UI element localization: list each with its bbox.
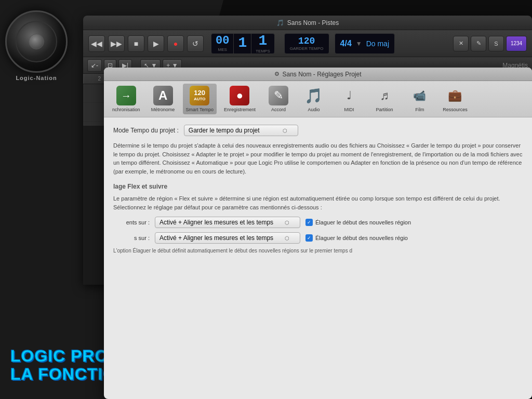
film-icon: 📹	[410, 86, 430, 105]
dtb-film-label: Film	[415, 107, 424, 112]
footer-note: L'option Élaguer le début définit automa…	[113, 248, 523, 254]
dtb-metro[interactable]: A Métronome	[148, 84, 179, 114]
logo-area: Logic-Nation	[5, 10, 68, 81]
dtb-midi-label: MIDI	[344, 107, 354, 112]
flex-row1-label: ents sur :	[113, 219, 150, 225]
pos-mes-value: 00	[216, 35, 229, 47]
flex-row2-checkbox[interactable]: ✓ Élaguer le début des nouvelles régio	[305, 234, 408, 242]
ressources-icon: 💼	[445, 86, 465, 105]
pos-beats-value: 1	[259, 34, 268, 48]
logo-inner	[16, 21, 57, 62]
audio-icon: 🎵	[304, 86, 324, 105]
select-arrow-icon: ⬡	[283, 128, 287, 134]
dialog-content: Mode Tempo du projet : Garder le tempo d…	[104, 117, 532, 261]
position-beats: 1 TEMPS	[251, 34, 274, 54]
flex-section-title: lage Flex et suivre	[113, 183, 523, 190]
checkbox2-icon: ✓	[305, 234, 313, 242]
transport-bar: ◀◀ ▶▶ ■ ▶ ● ↺ 00 MES 1 1	[83, 30, 532, 57]
flex-row1-select[interactable]: Activé + Aligner les mesures et les temp…	[155, 217, 300, 228]
flex-row1-checkbox[interactable]: ✓ Élaguer le début des nouvelles région	[305, 219, 411, 226]
dtb-accord[interactable]: ✎ Accord	[263, 84, 294, 114]
num-btn[interactable]: 1234	[506, 36, 527, 51]
logo-text: Logic-Nation	[16, 75, 57, 81]
dtb-sync[interactable]: → nchronisation	[109, 84, 143, 114]
tempo-label: GARDER TEMPO	[290, 46, 324, 51]
dtb-ressources[interactable]: 💼 Ressources	[440, 84, 471, 114]
pos-time-value: 1	[238, 36, 247, 50]
select-arrow2-icon: ⬡	[285, 220, 289, 225]
enreg-icon: ●	[230, 86, 249, 105]
s-btn[interactable]: S	[488, 36, 504, 51]
timesig-value: 4/4	[340, 39, 352, 48]
mode-description: Détermine si le tempo du projet s'adapte…	[113, 141, 523, 176]
dtb-audio[interactable]: 🎵 Audio	[298, 84, 329, 114]
flex-row2-select[interactable]: Activé + Aligner les mesures et les temp…	[155, 232, 300, 244]
dialog-overlay: ⚙ Sans Nom - Réglages Projet → nchronisa…	[104, 68, 532, 399]
position-time: 1	[234, 34, 251, 54]
dtb-midi[interactable]: ♩ MIDI	[334, 84, 365, 114]
dtb-audio-label: Audio	[308, 107, 320, 112]
play-button[interactable]: ▶	[148, 35, 164, 52]
dtb-metro-label: Métronome	[151, 107, 175, 112]
dialog-title-text: Sans Nom - Réglages Projet	[282, 71, 361, 78]
dtb-smart-label: Smart Tempo	[186, 107, 214, 112]
accord-icon: ✎	[269, 86, 288, 105]
tool-snap[interactable]: ↙-	[87, 59, 102, 72]
partition-icon: ♬	[375, 86, 394, 105]
midi-icon: ♩	[339, 86, 359, 105]
loop-button[interactable]: ↺	[187, 35, 204, 52]
record-button[interactable]: ●	[167, 35, 184, 52]
dtb-accord-label: Accord	[271, 107, 286, 112]
flex-row-1: ents sur : Activé + Aligner les mesures …	[113, 217, 523, 228]
pos-temps-label: TEMPS	[256, 49, 270, 54]
rewind-button[interactable]: ◀◀	[88, 35, 105, 52]
checkbox1-icon: ✓	[305, 219, 313, 226]
forward-button[interactable]: ▶▶	[108, 35, 125, 52]
dtb-ressources-label: Ressources	[443, 107, 468, 112]
tempo-display[interactable]: 120 GARDER TEMPO	[284, 33, 329, 54]
flex-description: Le paramètre de région « Flex et suivre …	[113, 194, 523, 211]
dtb-enreg-label: Enregistrement	[224, 107, 256, 112]
dtb-partition-label: Partition	[376, 107, 393, 112]
dtb-film[interactable]: 📹 Film	[404, 84, 435, 114]
metro-icon: A	[153, 86, 173, 105]
dtb-smart[interactable]: 120 AUTO Smart Tempo	[183, 84, 217, 114]
select-arrow3-icon: ⬡	[285, 235, 289, 241]
pen-btn[interactable]: ✎	[471, 36, 486, 51]
dialog-title: ⚙ Sans Nom - Réglages Projet	[104, 68, 532, 81]
flex-row-2: s sur : Activé + Aligner les mesures et …	[113, 232, 523, 244]
position-mes: 00 MES	[211, 34, 234, 54]
daw-title-bar: 🎵 Sans Nom - Pistes	[83, 16, 532, 30]
pos-mes-label: MES	[218, 47, 227, 52]
settings-dialog: ⚙ Sans Nom - Réglages Projet → nchronisa…	[104, 68, 532, 399]
logo-circle	[5, 10, 68, 73]
flex-row2-label: s sur :	[113, 235, 150, 241]
stop-button[interactable]: ■	[128, 35, 144, 52]
smart-icon: 120 AUTO	[190, 86, 209, 105]
mode-tempo-label: Mode Tempo du projet :	[113, 127, 179, 134]
key-value: Do maj	[366, 39, 389, 48]
dtb-sync-label: nchronisation	[112, 107, 140, 112]
dtb-enreg[interactable]: ● Enregistrement	[221, 84, 259, 114]
dialog-toolbar: → nchronisation A Métronome 120 AUTO Sma…	[104, 81, 532, 117]
timesig-display[interactable]: 4/4 ▼ Do maj	[335, 33, 395, 54]
tempo-value: 120	[298, 36, 315, 46]
close-btn[interactable]: ✕	[453, 36, 469, 51]
logo-center	[29, 34, 44, 49]
dtb-partition[interactable]: ♬ Partition	[369, 84, 400, 114]
sync-icon: →	[116, 86, 136, 105]
mode-tempo-select[interactable]: Garder le tempo du projet ⬡	[184, 125, 298, 136]
position-display: 00 MES 1 1 TEMPS	[211, 33, 275, 54]
mode-tempo-row: Mode Tempo du projet : Garder le tempo d…	[113, 125, 523, 136]
daw-title: Sans Nom - Pistes	[287, 19, 339, 26]
transport-right: ✕ ✎ S 1234	[453, 36, 527, 51]
